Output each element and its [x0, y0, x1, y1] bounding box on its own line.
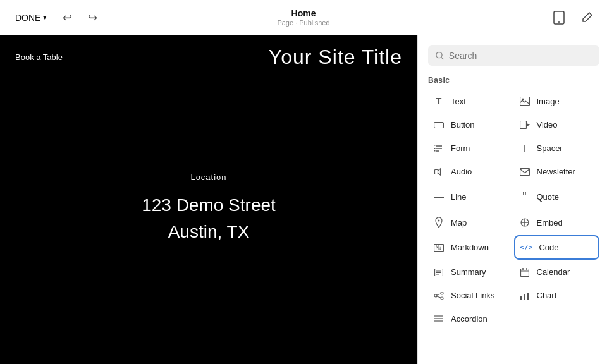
item-chart[interactable]: Chart	[514, 284, 600, 306]
line-icon	[433, 196, 445, 198]
accordion-icon	[433, 315, 445, 323]
item-summary[interactable]: Summary	[428, 261, 514, 283]
item-accordion-label: Accordion	[451, 314, 487, 324]
markdown-icon: M↓	[433, 244, 445, 252]
text-icon: T	[433, 96, 445, 106]
search-icon	[436, 51, 444, 60]
item-social-links-label: Social Links	[451, 291, 494, 300]
edit-button[interactable]	[577, 8, 597, 28]
svg-point-20	[438, 220, 440, 222]
svg-rect-39	[527, 293, 529, 300]
search-box[interactable]	[428, 46, 599, 66]
item-audio-label: Audio	[451, 167, 472, 176]
page-subtitle: Page · Published	[277, 19, 329, 27]
map-icon	[433, 217, 445, 228]
pen-icon	[580, 11, 593, 24]
newsletter-icon	[519, 168, 530, 176]
redo-button[interactable]: ↪	[82, 8, 102, 28]
redo-icon: ↪	[88, 11, 97, 25]
page-title: Home	[277, 8, 329, 19]
item-newsletter[interactable]: Newsletter	[514, 161, 600, 183]
item-social-links[interactable]: Social Links	[428, 284, 514, 306]
item-markdown[interactable]: M↓ Markdown	[428, 235, 514, 260]
item-chart-label: Chart	[537, 291, 557, 300]
svg-rect-12	[434, 148, 436, 149]
item-embed[interactable]: Embed	[514, 211, 600, 234]
svg-point-1	[558, 21, 560, 23]
item-audio[interactable]: Audio	[428, 161, 514, 183]
chevron-down-icon: ▾	[43, 13, 47, 21]
item-accordion[interactable]: Accordion	[428, 308, 514, 330]
audio-icon	[433, 167, 445, 176]
item-button-label: Button	[451, 120, 475, 130]
item-quote[interactable]: " Quote	[514, 184, 600, 210]
item-image[interactable]: Image	[514, 90, 600, 112]
button-icon	[433, 122, 445, 128]
svg-rect-6	[434, 122, 444, 128]
item-form-label: Form	[451, 143, 470, 153]
canvas-header: Book a Table Your Site Title	[0, 35, 417, 79]
item-calendar[interactable]: Calendar	[514, 261, 600, 283]
mobile-preview-button[interactable]	[549, 8, 569, 28]
address: 123 Demo Street Austin, TX	[142, 192, 276, 245]
panel-inner: Basic T Text Image	[418, 35, 607, 364]
add-block-panel: Basic T Text Image	[417, 35, 607, 364]
embed-icon	[519, 218, 530, 227]
toolbar-left: DONE ▾ ↩ ↪	[10, 8, 102, 28]
summary-icon	[433, 269, 445, 276]
svg-rect-37	[520, 296, 522, 300]
item-video-label: Video	[537, 120, 558, 130]
item-map-label: Map	[451, 218, 467, 228]
code-icon: </>	[520, 243, 533, 252]
location-label: Location	[190, 173, 226, 182]
item-summary-label: Summary	[451, 267, 486, 277]
svg-rect-7	[520, 121, 526, 129]
svg-rect-28	[520, 269, 529, 276]
item-line[interactable]: Line	[428, 184, 514, 210]
item-form[interactable]: Form	[428, 137, 514, 159]
item-line-label: Line	[451, 192, 467, 202]
image-icon	[519, 97, 530, 106]
search-input[interactable]	[449, 51, 592, 61]
items-grid: T Text Image Button	[428, 90, 599, 330]
site-title: Your Site Title	[269, 46, 402, 69]
item-spacer-label: Spacer	[537, 143, 563, 153]
item-code[interactable]: </> Code	[514, 235, 600, 260]
book-table-link[interactable]: Book a Table	[15, 52, 63, 62]
svg-line-35	[437, 294, 441, 295]
item-button[interactable]: Button	[428, 114, 514, 136]
item-spacer[interactable]: Spacer	[514, 137, 600, 159]
svg-point-5	[522, 99, 524, 100]
svg-line-3	[441, 58, 443, 59]
item-map[interactable]: Map	[428, 211, 514, 234]
svg-text:M↓: M↓	[436, 245, 442, 251]
undo-button[interactable]: ↩	[57, 8, 77, 28]
item-calendar-label: Calendar	[537, 267, 570, 277]
canvas-content: Location 123 Demo Street Austin, TX	[142, 79, 276, 364]
video-icon	[519, 121, 530, 129]
undo-icon: ↩	[63, 11, 72, 25]
canvas: Book a Table Your Site Title Location 12…	[0, 35, 417, 364]
svg-point-32	[434, 294, 437, 297]
item-markdown-label: Markdown	[451, 243, 489, 252]
item-video[interactable]: Video	[514, 114, 600, 136]
item-image-label: Image	[537, 97, 560, 106]
svg-rect-11	[434, 145, 436, 146]
form-icon	[433, 145, 445, 152]
item-quote-label: Quote	[537, 192, 559, 202]
item-embed-label: Embed	[537, 218, 563, 228]
svg-rect-13	[434, 150, 436, 152]
main-area: Book a Table Your Site Title Location 12…	[0, 35, 607, 364]
mobile-icon	[553, 11, 565, 25]
item-text[interactable]: T Text	[428, 90, 514, 112]
svg-point-34	[441, 297, 443, 300]
svg-rect-18	[520, 168, 529, 175]
item-code-label: Code	[539, 243, 558, 252]
item-text-label: Text	[451, 97, 466, 106]
svg-point-33	[441, 292, 443, 294]
svg-line-36	[437, 296, 441, 298]
item-newsletter-label: Newsletter	[537, 167, 575, 176]
done-button[interactable]: DONE ▾	[10, 9, 52, 27]
social-links-icon	[433, 292, 445, 300]
toolbar-right	[549, 8, 597, 28]
